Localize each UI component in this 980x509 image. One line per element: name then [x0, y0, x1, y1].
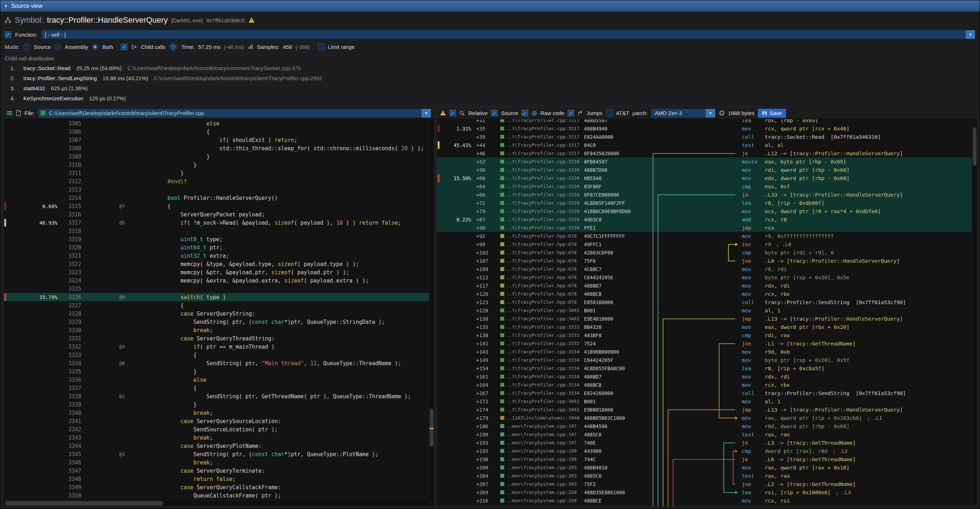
asm-row[interactable]: 0.22%+87..t\TracyProfiler.cpp:33264903C8… — [437, 215, 972, 224]
source-line[interactable]: 3318 — [3, 227, 429, 235]
asm-row[interactable]: +56..t\TracyProfiler.cpp:3326488B7D98mov… — [437, 166, 972, 174]
asm-row[interactable]: +141..t\TracyProfiler.cpp:33327524jne.L1… — [437, 339, 972, 348]
source-vertical-scrollbar[interactable] — [429, 119, 434, 500]
asm-row[interactable]: +123..t\TracyProfiler.hpp:676E850160000c… — [437, 298, 972, 306]
source-horizontal-scrollbar[interactable] — [3, 500, 429, 506]
source-line[interactable]: 3322 memcpy( &type, &payload.type, sizeo… — [3, 260, 429, 268]
source-line[interactable]: 3306 { — [3, 127, 429, 136]
source-line[interactable]: 3313 — [3, 186, 429, 194]
assembly-vertical-scrollbar[interactable] — [972, 119, 977, 506]
asm-row[interactable]: +179..1103\include\atomic:1048488B05B63C… — [437, 414, 972, 422]
asm-row[interactable]: +107..t\TracyProfiler.hpp:67675F6jne.L0 … — [437, 257, 972, 265]
source-line[interactable]: 3329 SendString( ptr, (const char*)ptr, … — [3, 318, 429, 326]
scrollbar-thumb[interactable] — [973, 127, 977, 166]
source-line[interactable]: 3348 return false; — [3, 475, 429, 483]
radio-mode-assembly[interactable] — [54, 43, 61, 50]
asm-row[interactable]: +216..mon\TracySystem.cpp:258488BCEmovrc… — [437, 496, 972, 505]
source-line[interactable]: 3346 break; — [3, 458, 429, 466]
source-line[interactable]: 3324 memcpy( &extra, &payload.extra, siz… — [3, 277, 429, 285]
save-button[interactable]: Save — [757, 108, 786, 118]
relative-checkbox[interactable] — [449, 110, 456, 116]
asm-row[interactable]: 45.41%+44..t\TracyProfiler.cpp:331784C0t… — [437, 141, 972, 149]
source-line[interactable]: 3311 } — [3, 169, 429, 177]
asm-row[interactable]: +128..t\TracyProfiler.cpp:3401B001moval,… — [437, 306, 972, 315]
asm-row[interactable]: +135..t\TracyProfiler.cpp:33328B4320move… — [437, 323, 972, 331]
asm-row[interactable]: +112..t\TracyProfiler.hpp:676C64424205Em… — [437, 273, 972, 282]
source-line[interactable]: 3342 SendSourceLocation( ptr ); — [3, 425, 429, 434]
asm-row[interactable]: +92..t\TracyProfiler.hpp:67649C7C1FFFFFF… — [437, 232, 972, 240]
raw-code-checkbox[interactable] — [522, 110, 528, 116]
asm-row[interactable]: +52..t\TracyProfiler.cpp:33260FB64597mov… — [437, 157, 972, 166]
asm-row[interactable]: 15.50%+60..t\TracyProfiler.cpp:33268B55A… — [437, 174, 972, 182]
asm-row[interactable]: +195..mon\TracySystem.cpp:199443900cmpdw… — [437, 447, 972, 455]
asm-row[interactable]: +46..t\TracyProfiler.cpp:33170F843502000… — [437, 149, 972, 157]
asm-row[interactable]: +193..mon\TracySystem.cpp:197740Eje.L3 -… — [437, 439, 972, 447]
asm-row[interactable]: +102..t\TracyProfiler.hpp:67642803C0F00c… — [437, 248, 972, 257]
chevron-down-icon[interactable]: ▼ — [422, 109, 431, 118]
att-checkbox[interactable] — [606, 110, 613, 116]
asm-row[interactable]: +79..t\TracyProfiler.cpp:3326418B8C80E0B… — [437, 207, 972, 215]
source-line[interactable]: 3307 if( shouldExit ) return; — [3, 136, 429, 144]
source-line[interactable]: 3330 break; — [3, 326, 429, 334]
source-line[interactable]: 3325 — [3, 285, 429, 293]
asm-row[interactable]: +149..t\TracyProfiler.cpp:3334C64424205F… — [437, 356, 972, 364]
asm-row[interactable]: +186..mon\TracySystem.cpp:197448B4598mov… — [437, 422, 972, 430]
assembly-view[interactable]: +31..t\TracyProfiler.cpp:3317488D5597lea… — [437, 119, 972, 506]
asm-row[interactable]: +39..t\TracyProfiler.cpp:3317E824AA0000c… — [437, 133, 972, 141]
source-code-view[interactable]: 3305 else3306 {3307 if( shouldExit ) ret… — [3, 119, 429, 500]
asm-row[interactable]: +198..mon\TracySystem.cpp:199744Cje.L6 -… — [437, 455, 972, 463]
source-line[interactable]: 3309 } — [3, 153, 429, 161]
asm-row[interactable]: +120..t\TracyProfiler.hpp:676488BCBmovrc… — [437, 290, 972, 298]
source-line[interactable]: 3323 memcpy( &ptr, &payload.ptr, sizeof(… — [3, 268, 429, 277]
child-call-entry[interactable]: 3.stat64i32625 μs (1.36%) — [5, 83, 975, 93]
asm-row[interactable]: +130..t\TracyProfiler.cpp:3401E9E4010000… — [437, 315, 972, 323]
source-line[interactable]: 3332@3 if( ptr == m_mainThread ) — [3, 343, 429, 351]
child-calls-checkbox[interactable] — [121, 43, 127, 50]
source-line[interactable]: 3331 case ServerQueryThreadString: — [3, 334, 429, 343]
source-line[interactable]: 3333 { — [3, 351, 429, 359]
asm-row[interactable]: +31..t\TracyProfiler.cpp:3317488D5597lea… — [437, 119, 972, 124]
source-line[interactable]: 3341 case ServerQuerySourceLocation: — [3, 417, 429, 425]
radio-mode-both[interactable] — [92, 43, 99, 50]
asm-row[interactable]: +72..t\TracyProfiler.cpp:33264C8D05F146F… — [437, 199, 972, 207]
asm-row[interactable]: +66..t\TracyProfiler.cpp:33260F87CE06000… — [437, 191, 972, 199]
file-combo[interactable]: C:\Users\wolf\Desktop\darkrl\contrib\tra… — [38, 108, 431, 118]
limit-range-checkbox[interactable] — [318, 43, 325, 50]
source-line[interactable]: 3343 break; — [3, 434, 429, 442]
asm-row[interactable]: +161..t\TracyProfiler.cpp:3334488BD7movr… — [437, 372, 972, 381]
asm-row[interactable]: +204..mon\TracySystem.cpp:2034885C0testr… — [437, 472, 972, 480]
source-line[interactable]: 3328 case ServerQueryString: — [3, 310, 429, 318]
source-line[interactable]: 46.93%3317@5 if( !m_sock->Read( &payload… — [3, 219, 429, 227]
function-checkbox[interactable] — [5, 31, 11, 38]
function-combo[interactable]: [ - self - ] ▼ — [41, 30, 975, 39]
source-line[interactable]: 15.79%3326@9 switch( type ) — [3, 293, 429, 301]
radio-mode-source[interactable] — [23, 43, 30, 50]
asm-row[interactable]: +90..t\TracyProfiler.cpp:3326FFE1jmprcx — [437, 224, 972, 232]
source-checkbox[interactable] — [491, 110, 498, 116]
source-line[interactable]: 3305 else — [3, 119, 429, 127]
asm-row[interactable]: +167..t\TracyProfiler.cpp:3334E824160000… — [437, 389, 972, 397]
asm-row[interactable]: 1.31%+35..t\TracyProfiler.cpp:3317488B49… — [437, 124, 972, 133]
source-line[interactable]: 3336 else — [3, 375, 429, 384]
uarch-combo[interactable]: AMD Zen 3 ▼ — [651, 108, 716, 118]
asm-row[interactable]: +190..mon\TracySystem.cpp:1974885C0testr… — [437, 430, 972, 439]
asm-row[interactable]: +164..t\TracyProfiler.cpp:3334488BCBmovr… — [437, 381, 972, 389]
asm-row[interactable]: +138..t\TracyProfiler.cpp:3332483BF8cmpr… — [437, 331, 972, 339]
source-line[interactable]: 3350 QueueCallstackFrame( ptr ); — [3, 492, 429, 499]
asm-row[interactable]: +117..t\TracyProfiler.hpp:676488BD7movrd… — [437, 282, 972, 290]
title-bar[interactable]: ▼ Source view — [0, 0, 980, 12]
source-line[interactable]: 3321 uint32_t extra; — [3, 251, 429, 260]
source-line[interactable]: 3308 std::this_thread::sleep_for( std::c… — [3, 144, 429, 153]
collapse-triangle-icon[interactable]: ▼ — [4, 4, 8, 8]
asm-row[interactable]: +154..t\TracyProfiler.cpp:33344C8D055FBA… — [437, 364, 972, 372]
scrollbar-thumb[interactable] — [5, 501, 163, 506]
source-line[interactable]: 3339 } — [3, 401, 429, 409]
asm-row[interactable]: +174..t\TracyProfiler.cpp:3401E9B8010000… — [437, 406, 972, 414]
source-line[interactable]: 3327 { — [3, 301, 429, 310]
jumps-checkbox[interactable] — [568, 110, 574, 116]
source-line[interactable]: 3314bool Profiler::HandleServerQuery() — [3, 194, 429, 202]
source-line[interactable]: 3312#endif — [3, 177, 429, 186]
asm-row[interactable]: +172..t\TracyProfiler.cpp:3401B001moval,… — [437, 397, 972, 406]
chevron-down-icon[interactable]: ▼ — [966, 30, 975, 39]
child-call-entry[interactable]: 1.tracy::Socket::Read25.25 ms (54.89%)C:… — [5, 63, 975, 73]
